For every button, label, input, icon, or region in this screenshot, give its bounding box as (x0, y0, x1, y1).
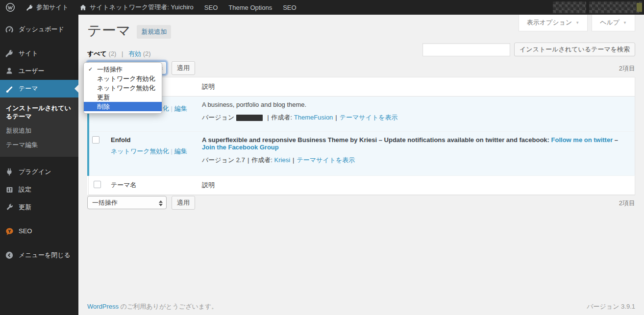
tablenav-bottom: 一括操作 適用 2項目 (87, 196, 635, 210)
table-footer-row: テーマ名 説明 (88, 176, 635, 195)
meta-separator: | (267, 114, 269, 121)
footer: WordPress のご利用ありがとうございます。 バージョン 3.9.1 (87, 302, 635, 311)
theme-description: A business, portfolio and blog theme. (202, 101, 630, 108)
twitter-link[interactable]: Follow me on twitter (551, 136, 613, 144)
edit-link[interactable]: 編集 (174, 147, 187, 155)
seo-bubble-icon (4, 226, 14, 236)
theme-search-input[interactable] (422, 43, 510, 56)
sidebar-item-dashboard[interactable]: ダッシュボード (0, 21, 78, 38)
dropdown-option-delete[interactable]: 削除 (84, 102, 162, 111)
select-all-checkbox-bottom[interactable] (94, 181, 101, 188)
sidebar-item-settings[interactable]: 設定 (0, 181, 78, 198)
seo-menu-1[interactable]: SEO (199, 0, 223, 15)
submenu-theme-editor[interactable]: テーマ編集 (0, 138, 78, 152)
dropdown-option-update[interactable]: 更新 (84, 93, 162, 102)
column-header-description[interactable]: 説明 (197, 77, 635, 97)
sidebar-item-plugins-label: プラグイン (19, 168, 51, 176)
dropdown-option-label: ネットワーク無効化 (97, 84, 155, 92)
item-count-bottom: 2項目 (619, 199, 635, 208)
author-link[interactable]: ThemeFusion (294, 114, 333, 121)
site-name-menu[interactable]: サイトネットワーク管理者: Yuichiro (74, 0, 199, 15)
my-sites-menu[interactable]: 参加サイト (21, 0, 74, 15)
facebook-group-link[interactable]: Join the Facebook Group (202, 144, 279, 151)
select-theme-checkbox[interactable] (92, 136, 99, 144)
bulk-select-value: 一括操作 (92, 199, 118, 206)
sidebar-item-themes[interactable]: テーマ (0, 80, 78, 97)
bulk-action-dropdown-menu: ✓ 一括操作 ネットワーク有効化 ネットワーク無効化 更新 削除 (83, 62, 162, 114)
seo-menu-2[interactable]: SEO (277, 0, 301, 15)
sidebar-item-users-label: ユーザー (19, 67, 45, 75)
meta-separator: | (335, 114, 337, 121)
help-label: ヘルプ (600, 18, 619, 27)
help-tab[interactable]: ヘルプ ▼ (592, 15, 635, 31)
site-name-label: サイトネットワーク管理者: Yuichiro (90, 3, 194, 12)
author-label: 作成者: (251, 156, 272, 164)
visit-theme-site-link[interactable]: テーマサイトを表示 (297, 156, 355, 164)
sidebar-item-seo[interactable]: SEO (0, 222, 78, 240)
redacted-account-name-avatar (589, 1, 642, 13)
seo-menu-2-label: SEO (283, 4, 296, 11)
sidebar-item-collapse-menu[interactable]: メニューを閉じる (0, 246, 78, 264)
sidebar-item-users[interactable]: ユーザー (0, 62, 78, 80)
admin-bar-account[interactable] (553, 0, 644, 15)
edit-link[interactable]: 編集 (174, 105, 187, 112)
filter-all[interactable]: すべて (87, 50, 107, 57)
footer-version: バージョン 3.9.1 (587, 302, 635, 311)
sidebar-item-updates[interactable]: 更新 (0, 198, 78, 216)
sidebar-item-sites[interactable]: サイト (0, 45, 78, 62)
check-icon: ✓ (88, 66, 93, 73)
theme-name: Enfold (111, 136, 130, 144)
theme-search-button[interactable]: インストールされているテーマを検索 (514, 43, 635, 56)
visit-theme-site-link[interactable]: テーマサイトを表示 (340, 114, 398, 121)
network-disable-link[interactable]: ネットワーク無効化 (111, 147, 169, 155)
dash-separator: – (615, 136, 618, 144)
collapse-arrow-icon (4, 250, 14, 260)
submenu-add-new[interactable]: 新規追加 (0, 123, 78, 138)
theme-options-menu[interactable]: Theme Options (223, 0, 277, 15)
author-link[interactable]: Kriesi (274, 156, 291, 164)
main-content: 表示オプション ▼ ヘルプ ▼ テーマ 新規追加 インストールされているテーマを… (78, 15, 644, 315)
theme-options-label: Theme Options (228, 4, 272, 11)
column-footer-description: 説明 (197, 176, 635, 195)
bulk-action-select-bottom[interactable]: 一括操作 (87, 196, 167, 209)
wrench-icon (4, 202, 14, 212)
admin-bar: 参加サイト サイトネットワーク管理者: Yuichiro SEO Theme O… (0, 0, 644, 15)
action-separator: | (171, 147, 173, 155)
seo-menu-1-label: SEO (204, 4, 218, 11)
table-header-row: テーマ名 説明 (88, 77, 635, 97)
apply-button-top[interactable]: 適用 (172, 61, 195, 75)
item-count-top: 2項目 (619, 64, 635, 73)
dropdown-option-network-enable[interactable]: ネットワーク有効化 (84, 74, 162, 83)
screen-meta-tabs: 表示オプション ▼ ヘルプ ▼ (519, 15, 635, 31)
action-separator: | (171, 105, 173, 112)
network-key-icon (26, 4, 33, 11)
themes-list-table: テーマ名 説明 ネットワーク無効化|編集 A business, portfol… (87, 77, 635, 195)
sidebar-item-collapse-label: メニューを閉じる (19, 251, 71, 260)
plugin-icon (4, 167, 14, 177)
sidebar-item-dashboard-label: ダッシュボード (19, 25, 64, 34)
sidebar-item-seo-label: SEO (19, 227, 32, 236)
column-footer-name: テーマ名 (106, 176, 197, 195)
version-value: 2.7 (236, 156, 245, 164)
dropdown-option-bulk-actions[interactable]: ✓ 一括操作 (84, 65, 162, 74)
chevron-down-icon: ▼ (575, 21, 579, 25)
dropdown-option-label: ネットワーク有効化 (97, 75, 155, 82)
add-new-theme-button[interactable]: 新規追加 (137, 25, 171, 39)
wordpress-logo-menu[interactable] (0, 0, 21, 15)
screen-options-tab[interactable]: 表示オプション ▼ (519, 15, 588, 31)
description-text: A superflexible and responsive Business … (202, 136, 549, 144)
row-actions: ネットワーク無効化|編集 (111, 147, 192, 156)
dashboard-gauge-icon (4, 24, 14, 34)
dropdown-option-network-disable[interactable]: ネットワーク無効化 (84, 83, 162, 93)
sidebar: ダッシュボード サイト ユーザー テーマ インストールされているテーマ 新規追加… (0, 15, 78, 315)
sidebar-item-updates-label: 更新 (19, 203, 31, 212)
filter-enabled[interactable]: 有効 (128, 50, 141, 57)
author-label: 作成者: (272, 114, 293, 121)
submenu-installed-themes[interactable]: インストールされているテーマ (0, 101, 78, 123)
page-heading-row: テーマ 新規追加 (87, 23, 171, 39)
sidebar-item-plugins[interactable]: プラグイン (0, 163, 78, 181)
apply-button-bottom[interactable]: 適用 (172, 196, 195, 210)
home-icon (79, 4, 87, 11)
wordpress-link[interactable]: WordPress (87, 303, 119, 310)
version-label: バージョン (202, 156, 234, 164)
